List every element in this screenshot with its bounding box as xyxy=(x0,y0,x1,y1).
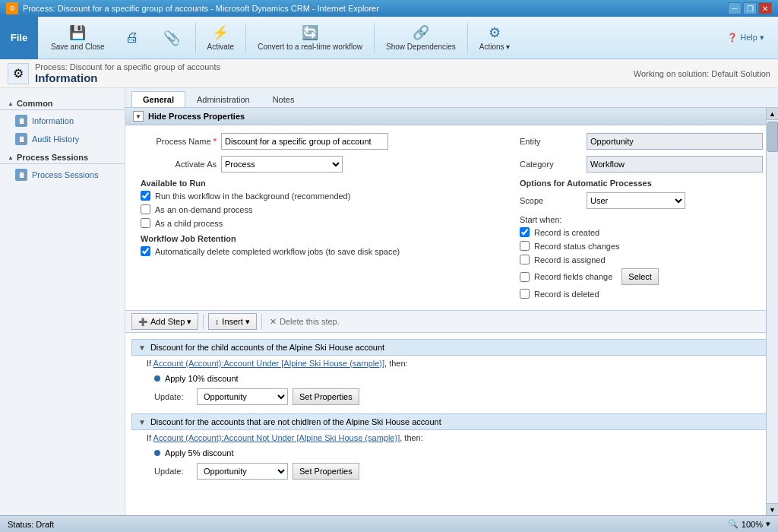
insert-button[interactable]: ↕ Insert ▾ xyxy=(208,313,257,330)
title-bar: ⚙ Process: Discount for a specific group… xyxy=(0,0,778,17)
start-option-5-label[interactable]: Record is deleted xyxy=(534,290,599,299)
step2-set-props-button[interactable]: Set Properties xyxy=(293,463,359,480)
start-when-section: Start when: Record is created Record sta… xyxy=(520,215,763,299)
file-button[interactable]: File xyxy=(0,17,38,59)
step1-header[interactable]: ▼ Discount for the child accounts of the… xyxy=(131,339,772,356)
step1-set-props-button[interactable]: Set Properties xyxy=(293,388,359,405)
app-icon: ⚙ xyxy=(6,2,18,14)
ribbon: File 💾 Save and Close 🖨 📎 ⚡ Activate 🔄 C… xyxy=(0,17,778,59)
activate-as-label: Activate As xyxy=(141,160,217,169)
checkbox-record-status[interactable] xyxy=(520,241,530,251)
scope-select[interactable]: User xyxy=(587,192,685,209)
checkbox-record-created[interactable] xyxy=(520,227,530,237)
available-to-run-label: Available to Run xyxy=(141,179,489,188)
step2-update-select[interactable]: Opportunity xyxy=(197,463,288,480)
activate-button[interactable]: ⚡ Activate xyxy=(201,21,242,55)
wf-retention-label: Workflow Job Retention xyxy=(141,234,489,243)
step2-collapse-icon: ▼ xyxy=(138,418,146,426)
checkbox1-row: Run this workflow in the background (rec… xyxy=(141,191,489,201)
close-button[interactable]: ✕ xyxy=(758,2,772,14)
delete-step-button[interactable]: ✕ Delete this step. xyxy=(267,315,343,328)
attach-icon: 📎 xyxy=(163,30,180,46)
start-option-4-label[interactable]: Record fields change xyxy=(534,272,612,281)
checkbox1-label[interactable]: Run this workflow in the background (rec… xyxy=(155,192,350,201)
checkbox4-label[interactable]: Automatically delete completed workflow … xyxy=(155,247,400,256)
step1-update-select[interactable]: Opportunity xyxy=(197,388,288,405)
print-button[interactable]: 🖨 xyxy=(113,26,151,49)
checkbox-record-assigned[interactable] xyxy=(520,255,530,264)
print-icon: 🖨 xyxy=(125,30,139,46)
tab-administration[interactable]: Administration xyxy=(185,91,261,107)
ribbon-separator-2 xyxy=(245,23,246,53)
entity-label: Entity xyxy=(520,137,580,146)
vertical-scrollbar[interactable]: ▲ ▼ xyxy=(766,108,778,515)
sidebar-item-information[interactable]: 📋 Information xyxy=(0,112,125,130)
zoom-dropdown-icon[interactable]: ▾ xyxy=(766,519,770,529)
start-when-label: Start when: xyxy=(520,215,763,224)
add-step-icon: ➕ xyxy=(138,318,147,326)
help-button[interactable]: ❓ Help ▾ xyxy=(727,33,772,43)
step1-action: Apply 10% discount xyxy=(131,371,772,386)
checkbox-record-fields[interactable] xyxy=(520,272,530,282)
sidebar-item-audit-history[interactable]: 📋 Audit History xyxy=(0,130,125,148)
start-option-5: Record is deleted xyxy=(520,289,763,299)
collapse-button[interactable]: ▼ xyxy=(133,111,144,122)
scrollbar-down-button[interactable]: ▼ xyxy=(767,503,778,515)
tab-general[interactable]: General xyxy=(131,91,185,107)
category-row: Category xyxy=(520,156,763,173)
minimize-button[interactable]: ─ xyxy=(728,2,742,14)
step2-condition-link[interactable]: Account (Account):Account Not Under [Alp… xyxy=(153,433,400,442)
show-dep-label: Show Dependencies xyxy=(386,43,456,51)
checkbox-on-demand[interactable] xyxy=(141,204,150,214)
step1-condition-link[interactable]: Account (Account):Account Under [Alpine … xyxy=(153,359,384,368)
title-bar-text: Process: Discount for a specific group o… xyxy=(23,4,379,13)
sidebar-item-process-sessions[interactable]: 📋 Process Sessions xyxy=(0,166,125,184)
process-name-row: Process Name xyxy=(141,133,489,150)
show-dep-button[interactable]: 🔗 Show Dependencies xyxy=(379,21,463,55)
step2-condition: If Account (Account):Account Not Under [… xyxy=(131,430,772,445)
restore-button[interactable]: ❐ xyxy=(743,2,757,14)
convert-button[interactable]: 🔄 Convert to a real-time workflow xyxy=(251,21,369,55)
start-option-3-label[interactable]: Record is assigned xyxy=(534,255,606,264)
breadcrumb: Process: Discount for a specific group o… xyxy=(35,62,220,71)
tab-notes[interactable]: Notes xyxy=(261,91,306,107)
step2-header-text: Discount for the accounts that are not c… xyxy=(150,417,441,426)
scrollbar-thumb[interactable] xyxy=(767,122,778,152)
activate-as-select[interactable]: Process xyxy=(221,156,343,173)
actions-button[interactable]: ⚙ Actions ▾ xyxy=(473,21,517,55)
step1-collapse-icon: ▼ xyxy=(138,344,146,352)
wf-separator xyxy=(203,314,204,329)
checkbox4-row: Automatically delete completed workflow … xyxy=(141,246,489,256)
checkbox-child-process[interactable] xyxy=(141,218,150,228)
process-name-input[interactable] xyxy=(221,133,388,150)
status-bar: Status: Draft 🔍 100% ▾ xyxy=(0,515,778,532)
add-step-button[interactable]: ➕ Add Step ▾ xyxy=(131,313,198,330)
select-fields-button[interactable]: Select xyxy=(621,268,659,285)
checkbox-auto-delete[interactable] xyxy=(141,246,150,256)
save-close-button[interactable]: 💾 Save and Close xyxy=(44,21,112,55)
step2-header[interactable]: ▼ Discount for the accounts that are not… xyxy=(131,413,772,430)
step-group-1: ▼ Discount for the child accounts of the… xyxy=(131,339,772,407)
proc-icon: 📋 xyxy=(15,169,27,181)
start-option-1-label[interactable]: Record is created xyxy=(534,228,599,237)
scrollbar-up-button[interactable]: ▲ xyxy=(767,108,778,120)
checkbox2-label[interactable]: As an on-demand process xyxy=(155,205,252,214)
checkbox3-label[interactable]: As a child process xyxy=(155,219,223,228)
activate-as-row: Activate As Process xyxy=(141,156,489,173)
step2-action: Apply 5% discount xyxy=(131,445,772,461)
checkbox-bg-workflow[interactable] xyxy=(141,191,150,201)
section-header[interactable]: ▼ Hide Process Properties xyxy=(125,108,778,125)
step-group-2: ▼ Discount for the accounts that are not… xyxy=(131,413,772,482)
convert-icon: 🔄 xyxy=(302,24,318,41)
attach-button[interactable]: 📎 xyxy=(153,26,191,50)
ribbon-separator-4 xyxy=(467,23,468,53)
workflow-toolbar: ➕ Add Step ▾ ↕ Insert ▾ ✕ Delete this st… xyxy=(125,310,778,333)
ribbon-separator xyxy=(195,23,196,53)
start-option-2-label[interactable]: Record status changes xyxy=(534,242,620,251)
step1-header-text: Discount for the child accounts of the A… xyxy=(150,343,384,352)
help-icon: ❓ xyxy=(727,33,738,42)
triangle-icon-2: ▲ xyxy=(8,154,14,161)
checkbox-record-deleted[interactable] xyxy=(520,289,530,299)
start-option-3: Record is assigned xyxy=(520,255,763,264)
step2-action-text: Apply 5% discount xyxy=(165,448,234,458)
